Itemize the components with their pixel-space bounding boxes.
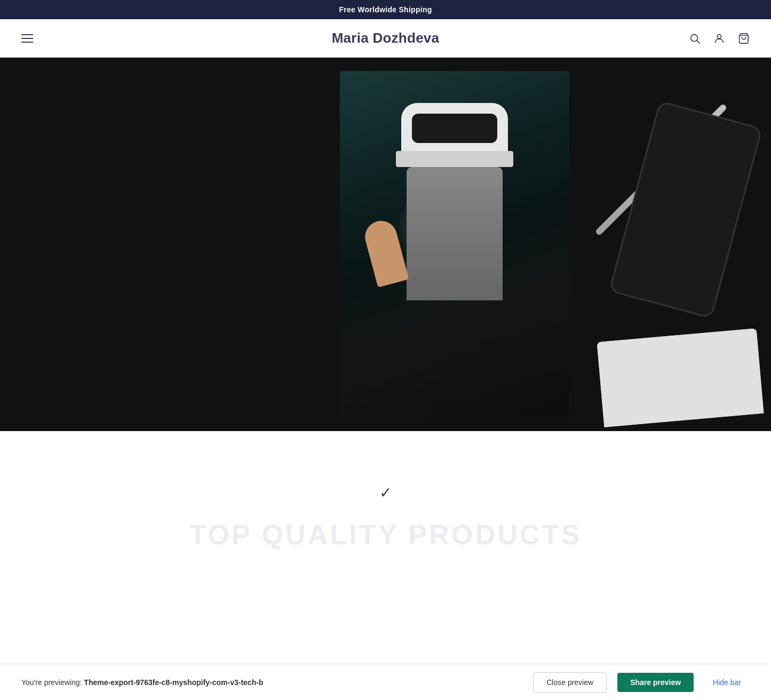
laptop-screen — [597, 328, 764, 427]
cart-button[interactable] — [738, 33, 750, 44]
search-button[interactable] — [689, 33, 701, 44]
announcement-text: Free Worldwide Shipping — [339, 5, 432, 14]
hero-section — [0, 58, 771, 431]
svg-point-2 — [717, 34, 721, 38]
close-preview-button[interactable]: Close preview — [533, 672, 607, 693]
site-title: Maria Dozhdeva — [332, 30, 440, 46]
vr-image — [340, 71, 569, 418]
products-watermark: TOP QUALITY PRODUCTS — [189, 519, 582, 551]
laptop-device — [597, 328, 764, 427]
site-header: Maria Dozhdeva — [0, 19, 771, 58]
account-icon — [713, 33, 725, 44]
share-preview-button[interactable]: Share preview — [617, 673, 694, 692]
vr-person-body — [407, 167, 503, 300]
preview-bar: You're previewing: Theme-export-9763fe-c… — [0, 664, 771, 700]
search-icon — [689, 33, 701, 44]
hamburger-icon — [21, 34, 33, 43]
account-button[interactable] — [713, 33, 725, 44]
preview-bar-text: You're previewing: Theme-export-9763fe-c… — [21, 678, 522, 687]
header-left — [21, 34, 33, 43]
hamburger-menu-button[interactable] — [21, 34, 33, 43]
header-icons — [689, 33, 750, 44]
checkmark-icon: ✓ — [379, 484, 392, 502]
cart-icon — [738, 33, 750, 44]
preview-prefix: You're previewing: — [21, 678, 84, 687]
phone-device — [609, 100, 763, 319]
preview-theme-name: Theme-export-9763fe-c8-myshopify-com-v3-… — [84, 678, 263, 687]
vr-image-background — [340, 71, 569, 418]
vr-visor — [412, 114, 497, 143]
vr-headset — [401, 103, 508, 162]
svg-line-1 — [697, 41, 700, 43]
hide-bar-button[interactable]: Hide bar — [704, 673, 750, 692]
announcement-bar: Free Worldwide Shipping — [0, 0, 771, 19]
hero-left-panel — [0, 58, 347, 431]
